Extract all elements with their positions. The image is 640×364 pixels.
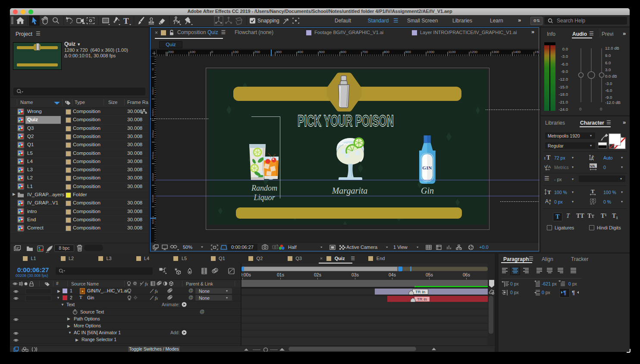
svg-text:fx: fx: [155, 296, 158, 301]
svg-text:Random: Random: [251, 184, 277, 192]
svg-text:fx: fx: [145, 282, 148, 286]
svg-text:T: T: [123, 16, 129, 25]
svg-text:t: t: [544, 156, 546, 160]
svg-text:fx: fx: [155, 289, 158, 294]
svg-text:A: A: [545, 198, 549, 204]
svg-text:A: A: [591, 157, 594, 161]
svg-text:Gin: Gin: [421, 186, 434, 195]
svg-text:Margarita: Margarita: [332, 186, 368, 196]
svg-text:¶: ¶: [563, 289, 566, 295]
svg-text:T: T: [546, 154, 551, 161]
svg-text:VA: VA: [590, 164, 595, 168]
svg-text:¶: ¶: [572, 289, 575, 295]
svg-text:GIN: GIN: [422, 165, 432, 170]
svg-text:T: T: [591, 188, 595, 195]
svg-text:PICK YOUR POISON: PICK YOUR POISON: [298, 112, 394, 130]
svg-text:Liquor: Liquor: [253, 193, 275, 202]
svg-text:T: T: [547, 189, 551, 195]
svg-text:a: a: [549, 198, 551, 202]
svg-text:A: A: [548, 165, 551, 169]
